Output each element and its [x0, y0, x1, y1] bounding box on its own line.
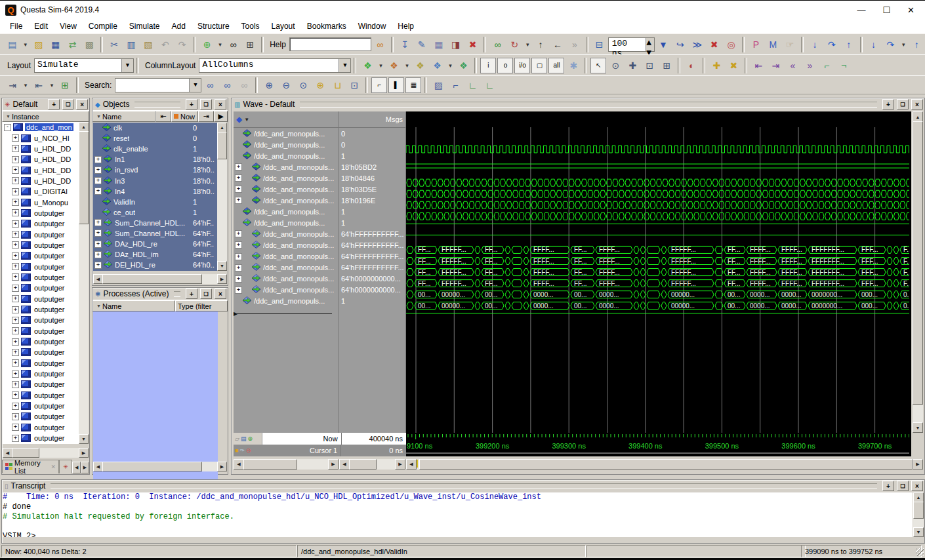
step-over-current-icon[interactable]: ↷ [882, 36, 899, 53]
wave-window-icon[interactable]: ▤ [241, 435, 247, 442]
object-row[interactable]: +Sum_Channel_HDL...64'hF.. [93, 218, 217, 228]
tree-expand-icon[interactable]: + [12, 327, 19, 334]
chevron-down-icon[interactable]: ▼ [189, 79, 201, 92]
compile-all-icon[interactable]: ▦ [430, 36, 447, 53]
filter-icon[interactable]: ▼ [5, 114, 12, 119]
edit-column-icon[interactable]: ❖ [411, 57, 428, 74]
redo-icon[interactable]: ↷ [174, 36, 191, 53]
tree-expand-icon[interactable]: + [12, 295, 19, 302]
expand-icon[interactable]: + [94, 219, 102, 226]
panel-grip[interactable] [300, 102, 877, 108]
tree-expand-icon[interactable]: + [12, 285, 19, 292]
expand-icon[interactable]: + [94, 262, 102, 269]
compile-out-of-date-icon[interactable]: ✎ [413, 36, 430, 53]
tree-expand-icon[interactable]: + [12, 413, 19, 420]
wave-signal-row[interactable]: +/ddc_and_monopuls... [234, 273, 339, 285]
instance-label[interactable]: outputger [33, 424, 66, 431]
compile-icon[interactable]: ↧ [396, 36, 413, 53]
processes-horizontal-scrollbar[interactable]: ◀ ▶ [93, 462, 227, 471]
instance-label[interactable]: outputger [33, 306, 66, 313]
expand-icon[interactable]: + [235, 241, 242, 249]
tree-row[interactable]: +outputger [3, 272, 79, 283]
object-row[interactable]: ValidIn1 [93, 197, 217, 207]
elide-names-toggle[interactable]: ▦ [405, 77, 421, 93]
step-over-current-dropdown[interactable]: ▾ [899, 36, 908, 53]
add-column-dropdown[interactable]: ▾ [376, 57, 385, 74]
tree-expand-icon[interactable]: + [12, 381, 19, 388]
show-internals-toggle[interactable]: ▢ [531, 58, 547, 73]
tree-expand-icon[interactable]: + [12, 209, 19, 216]
dock-button[interactable]: + [882, 481, 894, 491]
tree-expand-icon[interactable]: + [12, 188, 19, 195]
waveform-area[interactable]: FF...FFFFF...FF...FFFF...FF...FFFF...FFF… [406, 111, 911, 433]
zoom-out-icon[interactable]: ⊖ [278, 77, 295, 94]
instance-label[interactable]: outputger [33, 348, 66, 356]
object-row[interactable]: +DAz_HDL_im64'hF.. [93, 249, 217, 260]
close-panel-button[interactable]: × [215, 289, 226, 299]
close-panel-button[interactable]: × [911, 481, 923, 491]
search-options-icon[interactable]: ∞ [236, 77, 253, 94]
previous-rising-edge-icon[interactable]: ⌐ [818, 57, 835, 74]
environment-back-icon[interactable]: ← [549, 36, 566, 53]
tree-expand-icon[interactable]: + [12, 359, 19, 367]
object-row[interactable]: clk_enable1 [93, 144, 217, 154]
tree-row[interactable]: +outputger [3, 433, 79, 443]
instance-label[interactable]: outputger [33, 412, 66, 420]
transcript-header[interactable]: ▯ Transcript + ❏ × [2, 480, 924, 492]
tree-row[interactable]: +outputger [3, 208, 79, 218]
wave-signal-row[interactable]: /ddc_and_monopuls... [234, 128, 339, 139]
instance-label[interactable]: outputger [33, 359, 66, 367]
dock-button[interactable]: + [882, 99, 894, 110]
instance-label[interactable]: outputger [33, 380, 66, 388]
sim-horizontal-scrollbar[interactable]: ◀ ▶ [3, 448, 89, 458]
tree-row[interactable]: +outputger [3, 326, 79, 336]
panel-grip[interactable] [134, 102, 180, 108]
instance-label[interactable]: outputger [33, 273, 66, 281]
restart-icon[interactable]: ↻ [506, 36, 523, 53]
add-column-icon[interactable]: ❖ [359, 57, 376, 74]
find-icon[interactable]: ∞ [224, 36, 241, 53]
tree-row[interactable]: +outputger [3, 250, 79, 261]
pan-mode-icon[interactable]: ✚ [624, 57, 641, 74]
wave-signal-row[interactable]: +/ddc_and_monopuls... [234, 195, 339, 206]
zoom-range-icon[interactable]: ⊡ [346, 77, 363, 94]
show-outputs-toggle[interactable]: o [497, 58, 513, 73]
expand-icon[interactable]: + [94, 156, 102, 163]
wave-vertical-scrollbar[interactable]: ▲ ▼ [913, 111, 923, 433]
environment-forward-icon[interactable]: » [566, 36, 583, 53]
undock-button[interactable]: ❏ [897, 99, 909, 110]
open-icon[interactable]: ▨ [30, 36, 47, 53]
paste-icon[interactable]: ▧ [140, 36, 157, 53]
panel-grip[interactable] [51, 483, 877, 489]
wave-signal-row[interactable]: +/ddc_and_monopuls... [234, 251, 339, 262]
show-inputs-toggle[interactable]: i [480, 58, 496, 73]
tree-row[interactable]: +outputger [3, 283, 79, 293]
tree-expand-icon[interactable]: + [12, 338, 19, 346]
dock-button[interactable]: + [48, 99, 60, 110]
tree-row[interactable]: +u_HDL_DD [3, 165, 79, 175]
step-out-current-icon[interactable]: ↑ [908, 36, 925, 53]
tab-scroll-right-icon[interactable]: ▶ [81, 462, 89, 473]
instance-label[interactable]: u_DIGITAI [33, 188, 69, 195]
tree-expand-icon[interactable]: + [12, 263, 19, 270]
tree-row[interactable]: +outputger [3, 304, 79, 315]
tree-row[interactable]: +outputger [3, 240, 79, 250]
expand-icon[interactable]: + [235, 163, 242, 170]
tree-row[interactable]: +outputger [3, 218, 79, 229]
wave-horizontal-scrollbar[interactable]: ◀ ▶ [406, 459, 923, 470]
undo-icon[interactable]: ↶ [157, 36, 174, 53]
expand-icon[interactable]: + [235, 230, 242, 237]
environment-up-icon[interactable]: ↑ [532, 36, 549, 53]
instance-label[interactable]: u_HDL_DD [33, 177, 72, 185]
spin-up-icon[interactable]: ▲ [646, 38, 654, 48]
collapse-time-dropdown[interactable]: ▾ [21, 77, 30, 94]
objects-vertical-scrollbar[interactable]: ▲ ▼ [217, 123, 227, 271]
wave-signal-row[interactable]: +/ddc_and_monopuls... [234, 228, 339, 239]
menu-edit[interactable]: Edit [28, 20, 54, 32]
menu-bookmarks[interactable]: Bookmarks [301, 20, 352, 32]
chevron-down-icon[interactable]: ▼ [244, 117, 249, 123]
instance-label[interactable]: outputger [33, 284, 66, 292]
goto-last-button[interactable]: ⇥ [198, 111, 214, 122]
wave-edit-icon[interactable]: ▱ [235, 435, 239, 442]
delete-cursor-icon[interactable]: ✖ [725, 57, 742, 74]
